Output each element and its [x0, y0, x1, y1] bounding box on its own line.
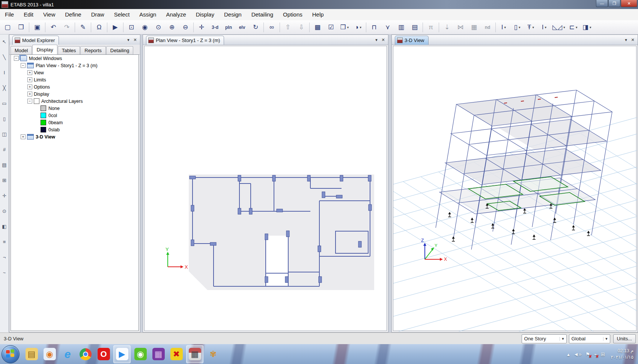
maximize-button[interactable]: ❐ — [608, 0, 620, 7]
threed-close-icon[interactable]: ✕ — [629, 37, 636, 43]
section-rectangle-button[interactable]: ▯▾ — [511, 21, 524, 33]
volume-icon[interactable]: ◄» — [573, 351, 582, 357]
view-elevation-button[interactable]: elv — [236, 21, 248, 33]
draw-floor-icon[interactable]: ▭ — [0, 99, 9, 107]
redo-button[interactable]: ↷ — [60, 21, 73, 33]
panel-zone-button[interactable]: ▦ — [468, 21, 480, 33]
three-d-view-canvas[interactable]: Z Y X — [393, 46, 636, 331]
network-icon[interactable]: ⊞ — [601, 351, 605, 357]
layer-color-swatch[interactable] — [41, 127, 46, 132]
tree-item-options[interactable]: +Options — [11, 83, 138, 90]
tree-item-3-d-view[interactable]: +3-D View — [11, 133, 138, 140]
menu-analyze[interactable]: Analyze — [161, 9, 191, 20]
set-display-options-button[interactable]: ☑ — [325, 21, 337, 33]
section-pier-button[interactable]: ◨▾ — [581, 21, 593, 33]
menu-define[interactable]: Define — [60, 9, 86, 20]
object-view-glasses-button[interactable]: ∞ — [265, 21, 278, 33]
taskbar-connectify[interactable]: ◉ — [132, 346, 149, 363]
tab-reports[interactable]: Reports — [80, 46, 106, 54]
taskbar-oracle[interactable]: O — [95, 346, 112, 363]
draw-joint-icon[interactable]: ⊙ — [0, 207, 9, 215]
draw-spline-icon[interactable]: ~ — [0, 268, 9, 277]
nd-spectrum-button[interactable]: nd — [481, 21, 494, 33]
view-plan-button[interactable]: pln — [222, 21, 235, 33]
layer-checkbox[interactable] — [34, 98, 39, 104]
story-selector-dropdown[interactable]: One Story ▼ — [522, 334, 567, 343]
section-truss-button[interactable]: ◺◿▾ — [551, 21, 566, 33]
object-extrude-button[interactable]: ❒▾ — [338, 21, 351, 33]
expand-icon[interactable]: + — [27, 77, 32, 82]
tab-detailing[interactable]: Detailing — [106, 46, 134, 54]
plan-close-icon[interactable]: ✕ — [380, 37, 387, 43]
model-explorer-tab[interactable]: Model Explorer — [12, 36, 59, 45]
section-channel-button[interactable]: ⊏▾ — [567, 21, 580, 33]
floor-stack-button[interactable]: ▤ — [408, 21, 421, 33]
menu-detailing[interactable]: Detailing — [247, 9, 278, 20]
tree-item-model-windows[interactable]: −Model Windows — [11, 55, 138, 62]
tree-item-limits[interactable]: +Limits — [11, 76, 138, 83]
draw-section-cut-icon[interactable]: ¬ — [0, 253, 9, 261]
menu-draw[interactable]: Draw — [86, 9, 109, 20]
taskbar-explorer[interactable]: ▤ — [23, 346, 40, 363]
tree-item-display[interactable]: +Display — [11, 90, 138, 98]
load-assign-button[interactable]: ⇣ — [441, 21, 453, 33]
wall-stack-button[interactable]: ▥ — [395, 21, 408, 33]
section-i-beam-button[interactable]: I▾ — [497, 21, 510, 33]
save-model-button[interactable]: ▣ — [31, 21, 44, 33]
zoom-out-button[interactable]: ⊖ — [179, 21, 192, 33]
units-button[interactable]: Units... — [613, 334, 636, 343]
zoom-in-button[interactable]: ⊕ — [166, 21, 178, 33]
taskbar-chrome[interactable] — [77, 346, 94, 363]
action-center-icon[interactable]: ⚑✘ — [585, 351, 590, 357]
draw-slab-icon[interactable]: ▤ — [0, 161, 9, 169]
rubber-band-zoom-button[interactable]: ⊡ — [125, 21, 138, 33]
object-visibility-button[interactable]: ◑▾ — [352, 21, 364, 33]
minimize-button[interactable]: — — [596, 0, 608, 7]
draw-brace-icon[interactable]: ╳ — [0, 84, 9, 92]
tree-item-architectural-layers[interactable]: −Architectural Layers — [11, 98, 138, 105]
show-hidden-icon[interactable]: ▴ — [567, 351, 570, 357]
draw-column-icon[interactable]: Ι — [0, 68, 9, 77]
support-assign-button[interactable]: π — [424, 21, 437, 33]
collapse-icon[interactable]: − — [14, 56, 19, 61]
tree-item-none[interactable]: None — [11, 105, 138, 112]
explorer-menu-arrow-icon[interactable]: ▾ — [125, 37, 132, 43]
threed-menu-arrow-icon[interactable]: ▾ — [623, 37, 629, 43]
menu-edit[interactable]: Edit — [19, 9, 38, 20]
taskbar-media-play[interactable]: ▶ — [113, 345, 131, 363]
open-model-button[interactable]: ❒ — [15, 21, 27, 33]
draw-link-icon[interactable]: ✛ — [0, 191, 9, 200]
new-model-button[interactable]: ▢ — [1, 21, 14, 33]
section-wide-flange-button[interactable]: Ι▾ — [538, 21, 551, 33]
menu-file[interactable]: File — [0, 9, 19, 20]
three-d-view-tab[interactable]: 3-D View — [395, 36, 429, 45]
coord-system-dropdown[interactable]: Global ▼ — [569, 334, 610, 343]
taskbar-media-player[interactable]: ◉ — [41, 346, 58, 363]
menu-select[interactable]: Select — [109, 9, 135, 20]
taskbar-internet-explorer[interactable]: e — [59, 346, 76, 363]
draw-wall-icon[interactable]: ▯ — [0, 114, 9, 123]
move-up-in-list-button[interactable]: ⇧ — [281, 21, 294, 33]
layer-color-swatch[interactable] — [41, 113, 46, 118]
draw-dimension-icon[interactable]: ≡ — [0, 238, 9, 246]
previous-zoom-button[interactable]: ⊙ — [152, 21, 165, 33]
restore-full-view-button[interactable]: ◉ — [138, 21, 151, 33]
start-button[interactable] — [2, 345, 20, 363]
plan-menu-arrow-icon[interactable]: ▾ — [373, 37, 380, 43]
tree-item-plan-view-story1-z-3-m-[interactable]: −Plan View - Story1 - Z = 3 (m) — [11, 62, 138, 69]
taskbar-crash-tool[interactable]: ✖ — [168, 346, 185, 363]
quick-draw-icon[interactable]: ⊞ — [0, 176, 9, 184]
lock-model-button[interactable]: Ω — [93, 21, 105, 33]
tree-item-0col[interactable]: 0col — [11, 112, 138, 119]
collapse-icon[interactable]: − — [27, 99, 32, 104]
taskbar-etabs[interactable]: ▦ — [186, 345, 203, 363]
draw-frame-props-button[interactable]: ⊓ — [368, 21, 381, 33]
layer-color-swatch[interactable] — [41, 105, 46, 111]
taskbar-paint[interactable]: ✾ — [205, 346, 221, 363]
menu-options[interactable]: Options — [278, 9, 307, 20]
tab-tables[interactable]: Tables — [58, 46, 80, 54]
tree-item-0beam[interactable]: 0beam — [11, 119, 138, 126]
plan-view-tab[interactable]: Plan View - Story1 - Z = 3 (m) — [146, 36, 224, 45]
draw-ref-plane-icon[interactable]: ◧ — [0, 222, 9, 230]
section-tee-button[interactable]: Ŧ▾ — [524, 21, 537, 33]
